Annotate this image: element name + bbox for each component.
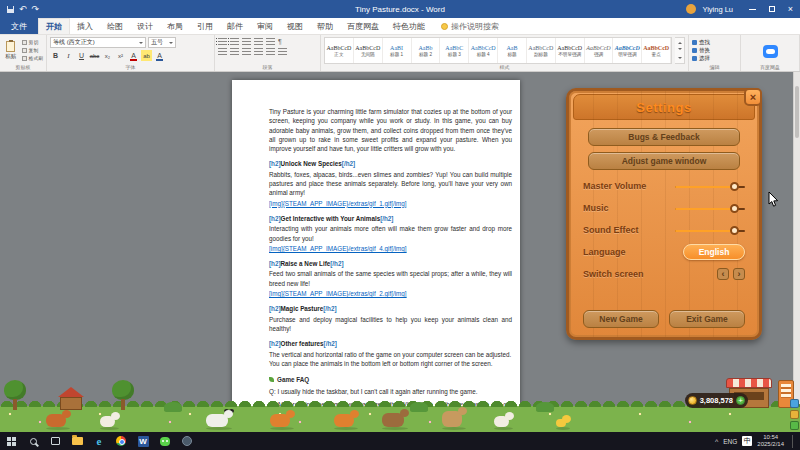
file-explorer-button[interactable] [66, 432, 88, 450]
gallery-more-button[interactable] [675, 55, 684, 63]
animal-capybara[interactable] [382, 413, 404, 427]
ribbon-tab-特色功能[interactable]: 特色功能 [386, 18, 432, 34]
font-button[interactable]: B [50, 50, 61, 61]
word-taskbar-button[interactable]: W [132, 432, 154, 450]
notification-center-button[interactable] [792, 435, 796, 448]
style-card[interactable]: AaBb标题 2 [412, 38, 441, 63]
game-shop-button[interactable] [790, 410, 799, 419]
ime-badge[interactable]: 中 [742, 436, 752, 446]
line-spacing-icon[interactable] [266, 48, 275, 55]
search-button[interactable] [22, 432, 44, 450]
borders-icon[interactable] [278, 48, 287, 55]
style-card[interactable]: AaBbCcD副标题 [527, 38, 556, 63]
slider-knob[interactable] [730, 204, 739, 213]
slider-knob[interactable] [730, 182, 739, 191]
ribbon-tab-布局[interactable]: 布局 [160, 18, 190, 34]
image-link[interactable]: [img]{STEAM_APP_IMAGE}/extras/gif_4.gif[… [269, 244, 512, 253]
ribbon-tab-插入[interactable]: 插入 [70, 18, 100, 34]
animal-fox[interactable] [334, 414, 354, 427]
pilcrow-icon[interactable]: ¶ [278, 38, 282, 45]
gallery-down-button[interactable] [675, 46, 684, 54]
minimize-button[interactable] [743, 0, 762, 18]
style-card[interactable]: AaBbCcD强调 [585, 38, 614, 63]
animal-rabbit[interactable] [494, 416, 509, 427]
decrease-indent-icon[interactable] [254, 38, 263, 45]
style-card[interactable]: AaBbC标题 3 [440, 38, 469, 63]
new-game-button[interactable]: New Game [583, 310, 659, 328]
style-card[interactable]: AaBI标题 1 [383, 38, 412, 63]
slider-control[interactable] [675, 182, 745, 191]
style-card[interactable]: AaBbCcD标题 4 [469, 38, 498, 63]
style-card[interactable]: AaBbCcD正文 [325, 38, 354, 63]
animal-panda[interactable] [206, 414, 228, 427]
ribbon-tab-引用[interactable]: 引用 [190, 18, 220, 34]
wechat-button[interactable] [154, 432, 176, 450]
clipboard-button[interactable]: 格式刷 [22, 55, 43, 61]
vertical-scrollbar[interactable] [793, 72, 800, 432]
bullets-icon[interactable] [218, 38, 227, 45]
language-button[interactable]: English [683, 244, 745, 260]
font-button[interactable]: x² [115, 50, 126, 61]
edge-button[interactable]: e [88, 432, 110, 450]
task-view-button[interactable] [44, 432, 66, 450]
animal-fox[interactable] [270, 414, 290, 427]
ribbon-tab-设计[interactable]: 设计 [130, 18, 160, 34]
add-coins-button[interactable]: + [736, 396, 745, 405]
ribbon-tab-审阅[interactable]: 审阅 [250, 18, 280, 34]
align-center-icon[interactable] [230, 48, 239, 55]
ribbon-tab-视图[interactable]: 视图 [280, 18, 310, 34]
tray-clock[interactable]: 10:54 2025/2/14 [757, 434, 784, 448]
font-button[interactable]: U [76, 50, 87, 61]
ribbon-tab-帮助[interactable]: 帮助 [310, 18, 340, 34]
slider-control[interactable] [675, 226, 745, 235]
font-size-select[interactable]: 五号 [148, 37, 176, 48]
switch-left-button[interactable]: ‹ [717, 268, 729, 280]
ribbon-tab-邮件[interactable]: 邮件 [220, 18, 250, 34]
justify-icon[interactable] [254, 48, 263, 55]
editing-button[interactable]: 替换 [692, 46, 737, 54]
avatar[interactable] [686, 4, 696, 14]
game-settings-button[interactable] [790, 399, 799, 408]
multilevel-list-icon[interactable] [242, 38, 251, 45]
ribbon-tab-百度网盘[interactable]: 百度网盘 [340, 18, 386, 34]
slider-control[interactable] [675, 204, 745, 213]
animal-deer[interactable] [442, 411, 462, 427]
adjust-window-button[interactable]: Adjust game window [588, 152, 740, 170]
image-link[interactable]: [img]{STEAM_APP_IMAGE}/extras/gif_1.gif[… [269, 199, 512, 208]
gallery-up-button[interactable] [675, 38, 684, 46]
undo-icon[interactable]: ↶ [19, 5, 27, 14]
style-card[interactable]: AaBbCcD明显强调 [613, 38, 642, 63]
increase-indent-icon[interactable] [266, 38, 275, 45]
tray-chevron-icon[interactable]: ^ [715, 438, 718, 445]
animal-rabbit[interactable] [100, 416, 115, 427]
tell-me[interactable]: 操作说明搜索 [432, 18, 508, 34]
style-card[interactable]: AaB标题 [498, 38, 527, 63]
exit-game-button[interactable]: Exit Game [669, 310, 745, 328]
font-button[interactable]: A [128, 50, 139, 61]
font-name-select[interactable]: 等线 (西文正文) [50, 37, 146, 48]
ribbon-tab-file[interactable]: 文件 [0, 18, 38, 34]
align-left-icon[interactable] [218, 48, 227, 55]
clipboard-button[interactable]: 复制 [22, 47, 43, 53]
document-page[interactable]: Tiny Pasture is your charming little far… [232, 80, 520, 432]
save-icon[interactable] [7, 6, 14, 13]
paste-button[interactable]: 粘贴 [3, 37, 19, 63]
font-button[interactable]: x₂ [102, 50, 113, 61]
editing-button[interactable]: 查找 [692, 38, 737, 46]
close-button[interactable]: × [781, 0, 800, 18]
font-button[interactable]: A [154, 50, 165, 61]
game-collection-button[interactable] [790, 421, 799, 430]
redo-icon[interactable]: ↷ [32, 5, 40, 14]
tray-language[interactable]: ENG [723, 438, 737, 445]
font-button[interactable]: I [63, 50, 74, 61]
maximize-button[interactable] [762, 0, 781, 18]
style-card[interactable]: AaBbCcD要点 [642, 38, 671, 63]
ribbon-tab-绘图[interactable]: 绘图 [100, 18, 130, 34]
font-button[interactable]: abc [89, 50, 100, 61]
animal-red-panda[interactable] [46, 414, 66, 427]
image-link[interactable]: [img]{STEAM_APP_IMAGE}/extras/gif_2.gif[… [269, 289, 512, 298]
font-button[interactable]: ab [141, 50, 152, 61]
style-card[interactable]: AaBbCcD不明显强调 [556, 38, 585, 63]
numbering-icon[interactable] [230, 38, 239, 45]
steam-button[interactable] [176, 432, 198, 450]
